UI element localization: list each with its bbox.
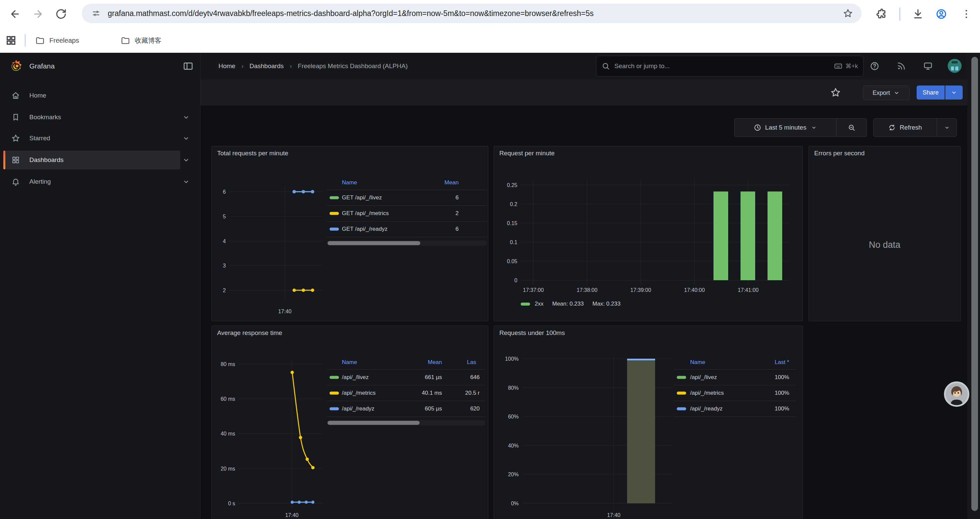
legend-row[interactable]: /api/_/readyz605 µs620: [327, 401, 485, 417]
export-button[interactable]: Export: [863, 86, 910, 100]
refresh-icon: [888, 124, 896, 131]
legend-header[interactable]: Name: [342, 359, 357, 366]
svg-text:80 ms: 80 ms: [221, 361, 235, 367]
breadcrumb-home[interactable]: Home: [218, 62, 235, 70]
legend-scrollbar-thumb[interactable]: [328, 421, 420, 425]
legend-row[interactable]: GET /api/_/readyz6: [327, 222, 487, 237]
help-icon[interactable]: [870, 61, 879, 71]
sidebar-item-label: Bookmarks: [29, 113, 61, 121]
share-button[interactable]: Share: [916, 86, 945, 99]
legend-cell: 40.1 ms: [422, 390, 442, 396]
sidebar-item-starred[interactable]: Starred: [3, 129, 180, 148]
sidebar-item-dashboards[interactable]: Dashboards: [3, 151, 180, 169]
url-text[interactable]: grafana.mathmast.com/d/deytv4rwavabkb/fr…: [108, 9, 843, 18]
series-color-swatch[interactable]: [677, 376, 686, 379]
chevron-down-icon[interactable]: [182, 178, 190, 186]
dashboard-subheader: Export Share: [200, 79, 980, 106]
legend-row[interactable]: GET /api/_/livez6: [327, 190, 487, 206]
rss-icon[interactable]: [897, 61, 906, 71]
screen: grafana.mathmast.com/d/deytv4rwavabkb/fr…: [0, 0, 980, 519]
legend-scrollbar-thumb[interactable]: [328, 241, 420, 245]
svg-text:2: 2: [223, 287, 226, 293]
dashboards-grid-icon: [11, 156, 20, 164]
back-button[interactable]: [6, 5, 24, 23]
floating-assistant-avatar[interactable]: [944, 382, 969, 407]
series-color-swatch[interactable]: [521, 303, 530, 306]
legend-header[interactable]: Mean: [444, 179, 459, 186]
requests-under-100ms-chart[interactable]: 100%80%60%40%20%0%17:40: [494, 326, 803, 519]
series-color-swatch[interactable]: [329, 392, 339, 395]
panel-total-requests: Total requests per minute 6543217:40 Nam…: [212, 146, 488, 321]
url-bar[interactable]: grafana.mathmast.com/d/deytv4rwavabkb/fr…: [82, 4, 862, 23]
refresh-interval-button[interactable]: [937, 118, 957, 137]
legend-header[interactable]: Name: [690, 359, 705, 366]
legend-header[interactable]: Last *: [775, 359, 789, 366]
reload-button[interactable]: [52, 5, 70, 23]
zoom-out-button[interactable]: [836, 118, 867, 137]
time-range-button[interactable]: Last 5 minutes: [735, 118, 836, 137]
download-icon[interactable]: [912, 8, 924, 20]
chevron-down-icon[interactable]: [182, 134, 190, 142]
legend-header[interactable]: Name: [342, 179, 357, 186]
legend-row[interactable]: GET /api/_/metrics2: [327, 206, 487, 222]
bookmark-folder-blogs[interactable]: 收藏博客: [116, 32, 166, 48]
legend-horizontal-scrollbar[interactable]: [327, 420, 485, 425]
series-color-swatch[interactable]: [329, 407, 339, 410]
series-legend[interactable]: 2xxMean: 0.233Max: 0.233: [521, 300, 620, 307]
time-range-label: Last 5 minutes: [765, 124, 807, 131]
legend-cell: 6: [456, 226, 459, 232]
svg-text:17:41:00: 17:41:00: [738, 287, 759, 293]
profile-icon[interactable]: [935, 8, 947, 20]
zoom-out-icon: [848, 124, 855, 131]
svg-text:0 s: 0 s: [228, 501, 235, 506]
apps-grid-icon[interactable]: [5, 35, 17, 46]
page-scrollbar-thumb[interactable]: [971, 57, 978, 511]
series-color-swatch[interactable]: [677, 392, 686, 395]
series-color-swatch[interactable]: [677, 407, 686, 410]
sidebar-toggle-icon[interactable]: [183, 61, 194, 72]
series-color-swatch[interactable]: [329, 376, 339, 379]
favorite-star-icon[interactable]: [830, 87, 841, 98]
forward-button[interactable]: [29, 5, 47, 23]
legend-row[interactable]: /api/_/readyz100%: [674, 401, 796, 417]
legend-row[interactable]: /api/_/metrics40.1 ms20.5 r: [327, 385, 485, 401]
breadcrumb: Home › Dashboards › Freeleaps Metrics Da…: [218, 53, 407, 79]
legend-header[interactable]: Las: [467, 359, 476, 366]
legend-header[interactable]: Mean: [428, 359, 442, 366]
sidebar-item-bookmarks[interactable]: Bookmarks: [3, 108, 180, 126]
bookmark-star-icon[interactable]: [843, 8, 853, 18]
browser-menu-icon[interactable]: [961, 8, 972, 20]
search-input[interactable]: [614, 62, 829, 70]
site-settings-icon[interactable]: [92, 9, 100, 18]
sidebar-item-label: Alerting: [29, 178, 51, 185]
grafana-logo[interactable]: [9, 59, 23, 73]
bookmark-folder-freeleaps[interactable]: Freeleaps: [31, 32, 84, 48]
sidebar-item-alerting[interactable]: Alerting: [3, 172, 180, 191]
request-per-minute-chart[interactable]: 0.250.20.150.10.05017:37:0017:38:0017:39…: [494, 146, 803, 322]
svg-text:80%: 80%: [508, 385, 519, 391]
grafana-app: Grafana Home › Dashboards › Freeleaps Me…: [0, 53, 980, 519]
legend-cell: GET /api/_/metrics: [342, 210, 388, 217]
user-avatar[interactable]: [948, 59, 962, 73]
search-box[interactable]: ⌘+k: [596, 56, 864, 77]
page-scrollbar[interactable]: [967, 53, 980, 519]
extensions-icon[interactable]: [876, 8, 887, 20]
refresh-button[interactable]: Refresh: [873, 118, 937, 137]
legend-table: NameMeanGET /api/_/livez6GET /api/_/metr…: [327, 176, 487, 246]
legend-row[interactable]: /api/_/livez661 µs646: [327, 370, 485, 385]
kiosk-monitor-icon[interactable]: [923, 61, 932, 71]
series-color-swatch[interactable]: [329, 212, 339, 215]
legend-row[interactable]: /api/_/livez100%: [674, 370, 796, 385]
panel-title[interactable]: Errors per second: [814, 150, 865, 157]
legend-row[interactable]: /api/_/metrics100%: [674, 385, 796, 401]
share-menu-button[interactable]: [945, 86, 963, 99]
legend-cell: GET /api/_/readyz: [342, 226, 388, 232]
series-color-swatch[interactable]: [329, 228, 339, 231]
legend-horizontal-scrollbar[interactable]: [327, 241, 487, 246]
chevron-down-icon[interactable]: [182, 156, 190, 164]
chevron-down-icon[interactable]: [182, 113, 190, 121]
sidebar-item-home[interactable]: Home: [3, 86, 180, 105]
series-color-swatch[interactable]: [329, 196, 339, 200]
star-icon: [11, 134, 20, 143]
breadcrumb-dashboards[interactable]: Dashboards: [250, 62, 283, 70]
